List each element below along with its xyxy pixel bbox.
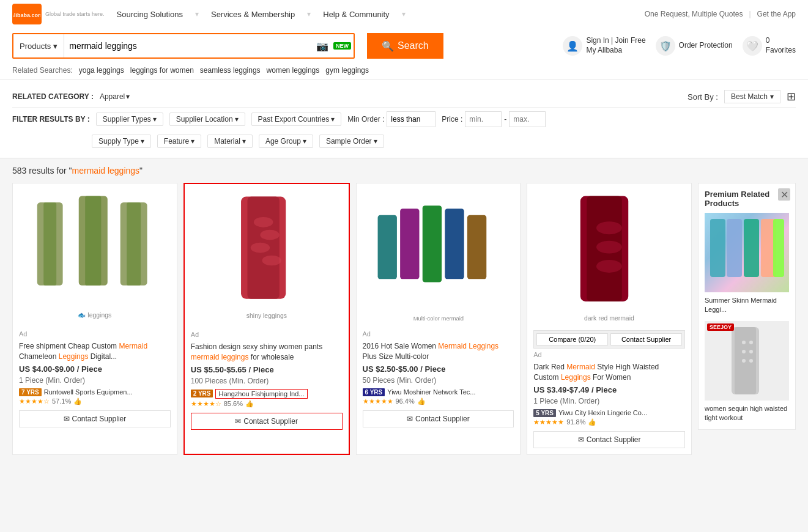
related-tag-yoga[interactable]: yoga leggings	[79, 66, 124, 75]
product-image-2[interactable]: shiny leggings	[191, 190, 343, 331]
material-filter[interactable]: Material ▾	[207, 135, 253, 148]
sort-chevron-icon: ▾	[770, 92, 774, 101]
nav-services-membership[interactable]: Services & Membership	[211, 10, 295, 19]
sort-area: Sort By : Best Match ▾ ⊞	[688, 90, 796, 103]
contact-overlay-btn-4[interactable]: Contact Supplier	[610, 333, 682, 345]
supplier-name-4[interactable]: Yiwu City Hexin Lingerie Co...	[558, 409, 647, 416]
svg-rect-7	[127, 202, 141, 286]
separator: |	[749, 10, 751, 18]
product-ad-label-2: Ad	[191, 331, 343, 338]
feature-filter[interactable]: Feature ▾	[157, 135, 201, 148]
results-count: 583	[12, 166, 26, 175]
related-tag-women2[interactable]: women leggings	[267, 66, 320, 75]
search-button[interactable]: 🔍 Search	[367, 33, 443, 59]
related-searches: Related Searches: yoga leggings leggings…	[0, 64, 808, 79]
search-input[interactable]	[64, 34, 311, 57]
stars-icon-4: ★★★★★	[533, 418, 564, 426]
favorites-text: 0 Favorites	[766, 36, 796, 55]
chevron-down-icon: ▾	[191, 137, 195, 146]
svg-rect-18	[422, 205, 441, 282]
supplier-types-filter[interactable]: Supplier Types ▾	[96, 113, 163, 126]
get-app-link[interactable]: Get the App	[757, 10, 796, 18]
rating-pct-1: 57.1%	[52, 397, 71, 405]
category-apparel[interactable]: Apparel ▾	[100, 92, 130, 101]
product-image-4[interactable]: dark red mermaid	[533, 190, 685, 330]
alibaba-logo[interactable]: alibaba.com	[12, 4, 42, 24]
search-icon: 🔍	[382, 40, 394, 52]
product-price-1: US $4.00-$9.00 / Piece	[19, 364, 171, 374]
past-export-filter[interactable]: Past Export Countries ▾	[251, 113, 342, 126]
price-max-input[interactable]	[509, 111, 546, 127]
svg-text:alibaba.com: alibaba.com	[13, 12, 40, 18]
related-tag-seamless[interactable]: seamless leggings	[200, 66, 261, 75]
supplier-location-filter[interactable]: Supplier Location ▾	[169, 113, 245, 126]
supplier-row-1: 7 YRS Runtowell Sports Equipmen...	[19, 388, 171, 396]
nav-sourcing-solutions[interactable]: Sourcing Solutions	[117, 10, 183, 19]
price-min-input[interactable]	[465, 111, 502, 127]
grid-view-icon[interactable]: ⊞	[787, 90, 796, 103]
supplier-name-1[interactable]: Runtowell Sports Equipmen...	[44, 388, 133, 396]
product-image-1[interactable]: 🐟 leggings	[19, 190, 171, 330]
filter-results-label: FILTER RESULTS BY :	[12, 115, 90, 124]
svg-point-40	[749, 359, 753, 363]
header-right-icons: 👤 Sign In | Join Free My Alibaba 🛡️ Orde…	[563, 36, 796, 56]
close-premium-button[interactable]: ✕	[778, 188, 790, 201]
product-card-4: dark red mermaid Compare (0/20) Contact …	[527, 183, 692, 455]
product-card-3: Multi-color mermaid Ad 2016 Hot Sale Wom…	[356, 183, 521, 455]
contact-supplier-btn-3[interactable]: ✉ Contact Supplier	[363, 410, 514, 427]
thumbs-up-icon-3: 👍	[417, 397, 426, 405]
main-nav: Sourcing Solutions ▾ Services & Membersh…	[117, 10, 406, 19]
rating-row-3: ★★★★★ 96.4% 👍	[363, 397, 514, 405]
search-row: Products ▾ 📷 NEW 🔍 Search 👤 Sign In | Jo…	[0, 28, 808, 64]
premium-sidebar: ✕ Premium Related Products Summer Skinn …	[698, 183, 796, 455]
premium-product-title-1[interactable]: Summer Skinn Mermaid Leggi...	[705, 296, 789, 315]
min-order-input[interactable]	[387, 111, 436, 127]
products-main: 🐟 leggings Ad Free shipment Cheap Custom…	[12, 183, 692, 455]
svg-point-26	[596, 260, 622, 273]
svg-rect-29	[727, 219, 742, 277]
sort-button[interactable]: Best Match ▾	[724, 90, 780, 103]
age-group-filter[interactable]: Age Group ▾	[259, 135, 313, 148]
one-request-cta[interactable]: One Request, Multiple Quotes	[645, 10, 743, 18]
price-section: Price : -	[442, 111, 546, 127]
camera-icon[interactable]: 📷	[311, 40, 333, 52]
order-protection-group[interactable]: 🛡️ Order Protection	[656, 36, 733, 56]
svg-point-13	[250, 243, 269, 253]
results-info: 583 results for "mermaid leggings"	[0, 158, 808, 183]
svg-point-12	[260, 230, 279, 240]
supplier-name-2[interactable]: Hangzhou Fishjumping Ind...	[215, 389, 307, 399]
filter-row-1: FILTER RESULTS BY : Supplier Types ▾ Sup…	[12, 108, 796, 131]
related-tag-women[interactable]: leggings for women	[130, 66, 194, 75]
premium-product-image-2[interactable]: SEEJOY	[705, 321, 789, 401]
favorites-group[interactable]: 🤍 0 Favorites	[743, 36, 796, 56]
thumbs-up-icon-1: 👍	[73, 397, 82, 405]
svg-point-37	[742, 350, 746, 353]
product-image-3[interactable]: Multi-color mermaid	[363, 190, 514, 330]
related-category-row: RELATED CATEGORY : Apparel ▾ Sort By : B…	[12, 86, 796, 108]
compare-button-4[interactable]: Compare (0/20)	[536, 333, 608, 345]
chevron-down-icon: ▾	[235, 115, 239, 124]
heart-icon: 🤍	[743, 36, 762, 56]
category-select[interactable]: Products ▾	[13, 34, 64, 57]
contact-supplier-btn-1[interactable]: ✉ Contact Supplier	[19, 410, 171, 427]
premium-product-image-1[interactable]	[705, 213, 789, 292]
contact-supplier-btn-2[interactable]: ✉ Contact Supplier ➡	[191, 413, 343, 430]
rating-row-4: ★★★★★ 91.8% 👍	[533, 418, 685, 426]
svg-text:Multi-color mermaid: Multi-color mermaid	[413, 315, 463, 322]
product-price-2: US $5.50-$5.65 / Piece	[191, 365, 343, 374]
supplier-name-3[interactable]: Yiwu Moshiner Network Tec...	[387, 388, 475, 396]
contact-supplier-btn-4[interactable]: ✉ Contact Supplier	[533, 431, 685, 448]
stars-icon-3: ★★★★★	[363, 397, 393, 405]
nav-help-community[interactable]: Help & Community	[323, 10, 389, 19]
premium-product-title-2[interactable]: women sequin high waisted tight workout	[705, 404, 789, 423]
signin-group[interactable]: 👤 Sign In | Join Free My Alibaba	[563, 36, 645, 56]
related-tag-gym[interactable]: gym leggings	[325, 66, 369, 75]
envelope-icon-4: ✉	[578, 435, 584, 444]
svg-rect-20	[467, 215, 486, 279]
supply-type-filter[interactable]: Supply Type ▾	[92, 135, 151, 148]
svg-point-14	[262, 256, 281, 266]
svg-rect-28	[710, 219, 725, 277]
svg-rect-5	[85, 196, 101, 285]
sample-order-filter[interactable]: Sample Order ▾	[319, 135, 384, 148]
product-price-4: US $3.49-$7.49 / Piece	[533, 385, 685, 394]
